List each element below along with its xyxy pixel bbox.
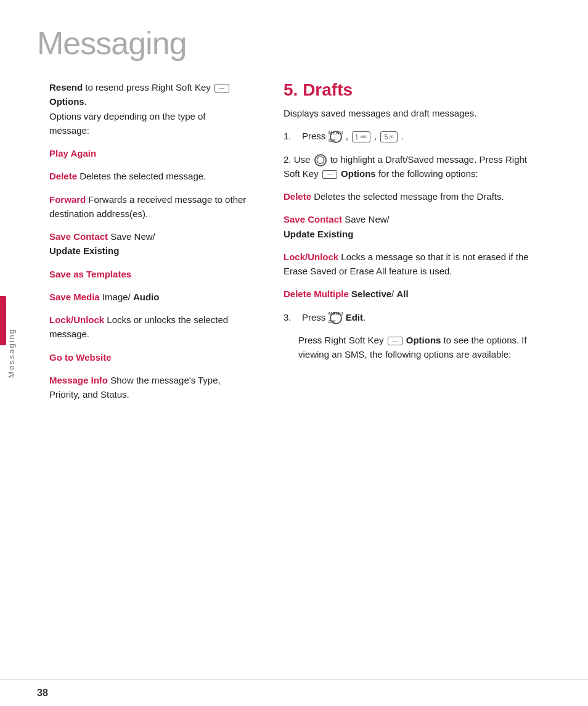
step3-detail: Press Right Soft Key Options to see the … (284, 333, 530, 362)
section-number: 5. (284, 80, 298, 99)
list-item-go-website: Go to Website (49, 350, 247, 364)
section-heading: 5. Drafts (284, 80, 530, 100)
step3-number: 3. (284, 310, 298, 324)
drafts-item-delete: Delete Deletes the selected message from… (284, 189, 530, 203)
step-2: 2. Use ◯ to highlight a Draft/Saved mess… (284, 152, 530, 181)
drafts-delete-label: Delete (284, 191, 311, 202)
step2-number: 2. (284, 154, 292, 165)
step-3: 3. Press MENUOK Edit. (284, 310, 530, 324)
softkey-icon-2 (322, 170, 337, 179)
left-column: Resend to resend press Right Soft Key Op… (37, 80, 271, 410)
go-website-label: Go to Website (49, 352, 112, 363)
page-title: Messaging (0, 0, 588, 80)
section-title: Drafts (298, 80, 353, 99)
message-info-label: Message Info (49, 375, 108, 385)
save-media-label: Save Media (49, 292, 100, 302)
list-item-save-media: Save Media Image/ Audio (49, 290, 247, 304)
list-item-play-again: Play Again (49, 146, 247, 160)
list-item-save-templates: Save as Templates (49, 267, 247, 281)
delete-multiple-label: Delete Multiple (284, 289, 349, 299)
intro-paragraph: Resend to resend press Right Soft Key Op… (49, 80, 247, 138)
section-description: Displays saved messages and draft messag… (284, 106, 530, 120)
save-templates-label: Save as Templates (49, 269, 131, 279)
options-vary-text: Options vary depending on the type of me… (49, 111, 206, 136)
drafts-item-delete-multiple: Delete Multiple Selective/ All (284, 287, 530, 301)
step2-options-label: Options (341, 168, 376, 179)
resend-label: Resend (49, 82, 83, 92)
forward-label: Forward (49, 194, 86, 205)
red-accent-bar (0, 296, 6, 345)
drafts-item-lock-unlock: Lock/Unlock Locks a message so that it i… (284, 250, 530, 279)
step3-content: Press MENUOK Edit. (302, 310, 365, 324)
lock-unlock-label: Lock/Unlock (49, 314, 104, 325)
nav-icon: ◯ (314, 154, 327, 166)
list-item-lock-unlock: Lock/Unlock Locks or unlocks the selecte… (49, 313, 247, 342)
options-label: Options (49, 96, 84, 107)
step-1: 1. Press MENUOK , 1 abc , 5 jkl . (284, 129, 530, 143)
sidebar-area: Messaging (0, 0, 22, 706)
delete-label: Delete (49, 171, 77, 181)
list-item-message-info: Message Info Show the message's Type, Pr… (49, 373, 247, 402)
drafts-item-save-contact: Save Contact Save New/Update Existing (284, 212, 530, 241)
page-container: Messaging Messaging Resend to resend pre… (0, 0, 588, 706)
list-item-forward: Forward Forwards a received message to o… (49, 192, 247, 221)
bottom-bar: 38 (0, 679, 588, 706)
content-area: Resend to resend press Right Soft Key Op… (0, 80, 588, 447)
key-1-icon: 1 abc (352, 131, 370, 142)
drafts-save-contact-label: Save Contact (284, 214, 342, 224)
right-column: 5. Drafts Displays saved messages and dr… (271, 80, 530, 410)
save-contact-label: Save Contact (49, 231, 108, 242)
key-5-icon: 5 jkl (380, 131, 398, 142)
menu-ok-icon-2: MENUOK (330, 312, 342, 324)
step1-content: Press MENUOK , 1 abc , 5 jkl . (302, 129, 404, 143)
delete-text: Deletes the selected message. (77, 171, 206, 181)
step1-number: 1. (284, 129, 298, 143)
step3-options-label: Options (406, 335, 441, 345)
play-again-label: Play Again (49, 148, 96, 158)
drafts-lock-unlock-label: Lock/Unlock (284, 252, 338, 262)
step3-edit-label: Edit (346, 312, 363, 322)
list-item-save-contact: Save Contact Save New/Update Existing (49, 229, 247, 258)
softkey-icon-3 (388, 337, 402, 345)
softkey-icon (214, 84, 229, 92)
list-item-delete: Delete Deletes the selected message. (49, 169, 247, 183)
page-number: 38 (37, 688, 48, 699)
drafts-delete-text: Deletes the selected message from the Dr… (311, 191, 504, 202)
sidebar-label: Messaging (7, 328, 16, 378)
delete-multiple-text: Selective/ All (349, 289, 409, 299)
save-media-text: Image/ Audio (100, 292, 160, 302)
menu-ok-icon: MENUOK (330, 131, 342, 143)
resend-text: to resend press Right Soft Key (83, 82, 213, 92)
